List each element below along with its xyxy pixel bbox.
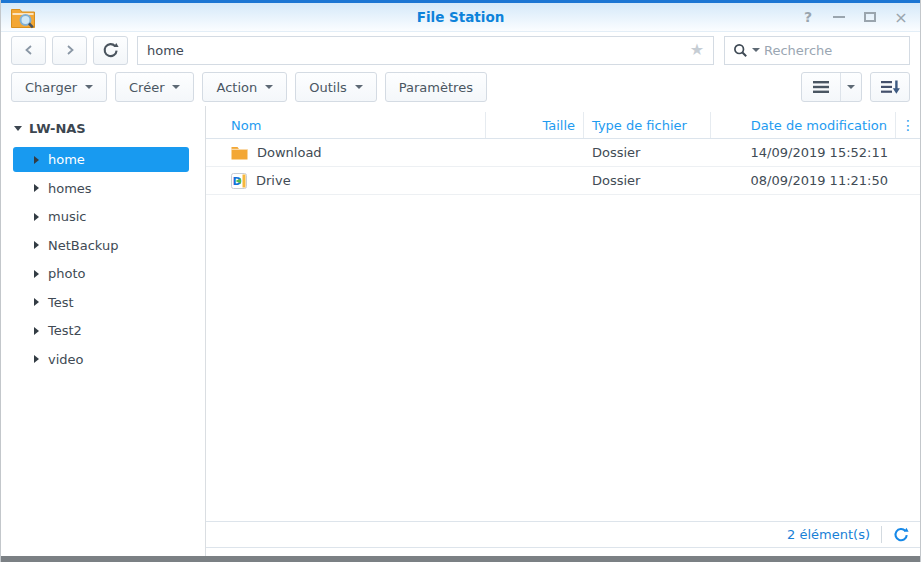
table-row-drive[interactable]: D Drive Dossier 08/09/2019 11:21:50 bbox=[206, 167, 920, 195]
back-button[interactable] bbox=[11, 36, 46, 65]
chevron-down-icon bbox=[172, 85, 180, 89]
window-bottom-edge bbox=[1, 556, 920, 562]
cell-name: Download bbox=[206, 145, 486, 160]
triangle-right-icon[interactable] bbox=[34, 241, 39, 249]
create-button[interactable]: Créer bbox=[115, 72, 194, 102]
sidebar-root-lw-nas[interactable]: LW-NAS bbox=[1, 116, 205, 147]
refresh-list-icon[interactable] bbox=[893, 527, 909, 543]
column-header-size[interactable]: Taille bbox=[486, 112, 584, 138]
sidebar-item-homes[interactable]: homes bbox=[13, 176, 189, 201]
sidebar-item-label: Test2 bbox=[48, 323, 82, 338]
triangle-right-icon[interactable] bbox=[34, 355, 39, 363]
path-input[interactable] bbox=[147, 43, 690, 58]
triangle-right-icon[interactable] bbox=[34, 270, 39, 278]
column-header-name[interactable]: Nom bbox=[206, 112, 486, 138]
minimize-icon[interactable] bbox=[832, 9, 846, 25]
cell-modified: 14/09/2019 15:52:11 bbox=[711, 145, 896, 160]
triangle-down-icon bbox=[14, 126, 22, 131]
sidebar-item-label: music bbox=[48, 209, 86, 224]
folder-icon bbox=[231, 145, 248, 160]
sort-button[interactable] bbox=[870, 72, 910, 102]
file-station-app-icon bbox=[10, 6, 36, 29]
sidebar-item-test[interactable]: Test bbox=[13, 290, 189, 315]
triangle-right-icon[interactable] bbox=[34, 156, 39, 164]
list-view-button[interactable] bbox=[802, 73, 840, 101]
column-options-menu[interactable]: ⋮ bbox=[896, 112, 920, 138]
chevron-down-icon bbox=[265, 85, 273, 89]
favorite-star-icon[interactable]: ★ bbox=[690, 42, 704, 58]
column-header-modified[interactable]: Date de modification bbox=[711, 112, 896, 138]
path-field[interactable]: ★ bbox=[137, 36, 714, 65]
sidebar: LW-NAS home homes music NetBackup photo bbox=[1, 106, 206, 556]
window-body: LW-NAS home homes music NetBackup photo bbox=[1, 106, 920, 556]
navigation-bar: ★ bbox=[1, 32, 920, 68]
sidebar-item-music[interactable]: music bbox=[13, 204, 189, 229]
column-header-type[interactable]: Type de fichier bbox=[584, 112, 711, 138]
sidebar-item-video[interactable]: video bbox=[13, 347, 189, 372]
search-field[interactable] bbox=[724, 36, 910, 65]
status-footer: 2 élément(s) bbox=[206, 521, 920, 548]
sidebar-item-label: video bbox=[48, 352, 84, 367]
cell-type: Dossier bbox=[584, 145, 711, 160]
close-icon[interactable]: × bbox=[894, 9, 908, 25]
sidebar-item-test2[interactable]: Test2 bbox=[13, 318, 189, 343]
triangle-right-icon[interactable] bbox=[34, 184, 39, 192]
sidebar-item-label: homes bbox=[48, 181, 92, 196]
chevron-down-icon bbox=[85, 85, 93, 89]
chevron-right-icon bbox=[63, 43, 77, 57]
upload-button[interactable]: Charger bbox=[11, 72, 107, 102]
table-row-download[interactable]: Download Dossier 14/09/2019 15:52:11 bbox=[206, 139, 920, 167]
sidebar-item-home[interactable]: home bbox=[13, 147, 189, 172]
triangle-right-icon[interactable] bbox=[34, 327, 39, 335]
sidebar-root-label: LW-NAS bbox=[29, 121, 86, 136]
maximize-icon[interactable] bbox=[863, 9, 877, 25]
table-header: Nom Taille Type de fichier Date de modif… bbox=[206, 112, 920, 139]
refresh-button[interactable] bbox=[93, 36, 128, 65]
action-button[interactable]: Action bbox=[202, 72, 287, 102]
list-view-icon bbox=[813, 81, 829, 93]
chevron-left-icon bbox=[22, 43, 36, 57]
triangle-right-icon[interactable] bbox=[34, 298, 39, 306]
sidebar-item-netbackup[interactable]: NetBackup bbox=[13, 233, 189, 258]
view-mode-split-button bbox=[801, 72, 862, 102]
tools-button[interactable]: Outils bbox=[295, 72, 377, 102]
toolbar: Charger Créer Action Outils Paramètres bbox=[1, 68, 920, 106]
drive-icon: D bbox=[231, 173, 247, 189]
titlebar: File Station ? × bbox=[1, 3, 920, 32]
file-name: Drive bbox=[256, 173, 291, 188]
file-list-empty-area bbox=[206, 195, 920, 521]
sort-descending-icon bbox=[881, 79, 900, 95]
window-controls: ? × bbox=[801, 9, 908, 25]
create-button-label: Créer bbox=[129, 80, 164, 95]
settings-button-label: Paramètres bbox=[399, 80, 473, 95]
sidebar-item-label: photo bbox=[48, 266, 86, 281]
sidebar-item-label: NetBackup bbox=[48, 238, 118, 253]
file-station-window: File Station ? × bbox=[0, 0, 921, 562]
action-button-label: Action bbox=[216, 80, 257, 95]
chevron-down-icon bbox=[355, 85, 363, 89]
kebab-menu-icon: ⋮ bbox=[901, 117, 915, 133]
cell-modified: 08/09/2019 11:21:50 bbox=[711, 173, 896, 188]
file-name: Download bbox=[257, 145, 322, 160]
search-icon bbox=[733, 43, 748, 58]
sidebar-item-label: home bbox=[48, 152, 85, 167]
chevron-down-icon bbox=[847, 85, 855, 89]
help-icon[interactable]: ? bbox=[801, 9, 815, 25]
search-options-caret-icon[interactable] bbox=[752, 48, 760, 52]
sidebar-item-label: Test bbox=[48, 295, 74, 310]
tools-button-label: Outils bbox=[309, 80, 347, 95]
upload-button-label: Charger bbox=[25, 80, 77, 95]
sidebar-item-photo[interactable]: photo bbox=[13, 261, 189, 286]
item-count-label: 2 élément(s) bbox=[787, 527, 870, 542]
window-title: File Station bbox=[1, 9, 920, 25]
settings-button[interactable]: Paramètres bbox=[385, 72, 487, 102]
forward-button[interactable] bbox=[52, 36, 87, 65]
cell-name: D Drive bbox=[206, 173, 486, 189]
footer-divider bbox=[881, 526, 882, 543]
view-mode-caret-button[interactable] bbox=[840, 73, 861, 101]
search-input[interactable] bbox=[764, 43, 901, 58]
view-controls bbox=[801, 72, 910, 102]
refresh-icon bbox=[102, 42, 119, 59]
triangle-right-icon[interactable] bbox=[34, 213, 39, 221]
cell-type: Dossier bbox=[584, 173, 711, 188]
